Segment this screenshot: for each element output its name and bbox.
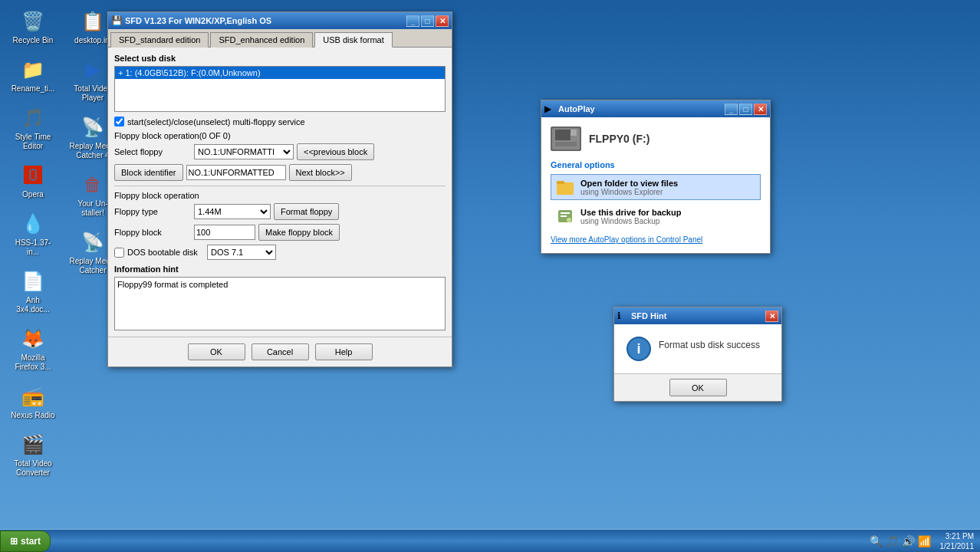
autoplay-titlebar[interactable]: ▶ AutoPlay _ □ ✕ [541, 100, 770, 117]
radio-icon: 📻 [21, 384, 45, 409]
autoplay-control-panel-link[interactable]: View more AutoPlay options in Control Pa… [551, 235, 761, 244]
icon-hss[interactable]: 💧 HSS-1.37-in... [6, 209, 60, 260]
sfd-ok-btn[interactable]: OK [188, 343, 245, 360]
icon-rename-ti[interactable]: 📁 Rename_ti... [6, 54, 60, 97]
taskbar-right: 3:21 PM 1/21/2011 [934, 531, 981, 551]
style-time-editor-label: Style Time Editor [9, 133, 57, 151]
icon-recycle-bin[interactable]: 🗑️ Recycle Bin [6, 6, 60, 48]
autoplay-maximize-btn[interactable]: □ [739, 104, 752, 115]
block-identifier-row: Block identifier Next block>> [114, 164, 446, 181]
select-floppy-row: Select floppy NO.1:UNFORMATTI <<previous… [114, 143, 446, 160]
icon-opera[interactable]: 🅾 Opera [6, 160, 60, 202]
hint-ok-btn[interactable]: OK [669, 379, 727, 396]
hint-titlebar[interactable]: ℹ SFD Hint ✕ [614, 307, 781, 324]
sfd-titlebar[interactable]: 💾 SFD V1.23 For WIN2K/XP,English OS _ □ … [108, 12, 452, 29]
replay-media-4-icon: 📡 [81, 115, 105, 140]
icon-firefox[interactable]: 🦊 Mozilla Firefox 3... [6, 324, 60, 375]
hint-title-text: SFD Hint [631, 311, 765, 320]
recycle-bin-label: Recycle Bin [13, 36, 54, 45]
autoplay-window-controls: _ □ ✕ [725, 104, 767, 115]
usb-disk-item[interactable]: + 1: (4.0GB\512B): F:(0.0M,Unknown) [115, 67, 445, 79]
document-icon: 📄 [21, 269, 45, 294]
icon-total-video-converter[interactable]: 🎬 Total Video Converter [6, 429, 60, 481]
total-video-converter-label: Total Video Converter [9, 459, 57, 478]
autoplay-option-1-text: Use this drive for backup using Windows … [580, 208, 681, 225]
icon-style-time-editor[interactable]: 🎵 Style Time Editor [6, 103, 60, 154]
dos-bootable-row: DOS bootable disk DOS 7.1 [114, 245, 446, 260]
floppy-block-label: Floppy block [114, 228, 191, 237]
sfd-title-icon: 💾 [111, 15, 122, 26]
info-hint-label: Information hint [114, 264, 446, 274]
floppy-block-input[interactable] [194, 225, 255, 240]
autoplay-device-name: FLPPY0 (F:) [589, 133, 649, 145]
sfd-minimize-btn[interactable]: _ [406, 15, 419, 27]
dos-bootable-label: DOS bootable disk [127, 248, 204, 257]
hint-close-btn[interactable]: ✕ [765, 310, 778, 322]
floppy-type-label: Floppy type [114, 207, 191, 216]
ini-file-icon: 📋 [81, 9, 105, 34]
sfd-help-btn[interactable]: Help [315, 343, 373, 360]
rename-ti-label: Rename_ti... [12, 84, 55, 94]
dos-bootable-checkbox[interactable] [114, 248, 124, 258]
sfd-tab-content: Select usb disk + 1: (4.0GB\512B): F:(0.… [108, 48, 452, 337]
usb-disk-listbox[interactable]: + 1: (4.0GB\512B): F:(0.0M,Unknown) [114, 66, 446, 112]
autoplay-title-icon: ▶ [544, 104, 555, 114]
tab-usb-disk-format[interactable]: USB disk format [314, 32, 392, 48]
multi-floppy-checkbox[interactable] [114, 117, 124, 127]
sfd-close-btn[interactable]: ✕ [436, 15, 449, 27]
svg-rect-8 [561, 215, 567, 217]
start-label: start [21, 536, 41, 547]
floppy-block-op2-title: Floppy block operation [114, 191, 446, 200]
select-usb-label: Select usb disk [114, 54, 446, 63]
select-floppy-label: Select floppy [114, 147, 191, 156]
icon-nexus-radio[interactable]: 📻 Nexus Radio [6, 381, 60, 423]
hint-footer: OK [614, 373, 781, 401]
music-icon: 🎵 [21, 106, 45, 130]
block-identifier-btn[interactable]: Block identifier [114, 164, 183, 181]
sfd-title-text: SFD V1.23 For WIN2K/XP,English OS [125, 16, 406, 25]
hint-title-icon: ℹ [617, 310, 628, 321]
make-floppy-block-btn[interactable]: Make floppy block [258, 224, 340, 241]
sfd-maximize-btn[interactable]: □ [421, 15, 434, 27]
sfd-hint-window: ℹ SFD Hint ✕ i Format usb disk success O… [613, 307, 782, 402]
autoplay-option-0-text: Open folder to view files using Windows … [580, 179, 678, 196]
sfd-window-controls: _ □ ✕ [406, 15, 449, 27]
autoplay-option-0[interactable]: Open folder to view files using Windows … [551, 174, 761, 200]
svg-point-9 [567, 218, 571, 222]
sfd-cancel-btn[interactable]: Cancel [252, 343, 309, 360]
opera-icon: 🅾 [21, 163, 45, 188]
icon-anh[interactable]: 📄 Anh 3x4.doc... [6, 266, 60, 317]
tab-standard-edition[interactable]: SFD_standard edition [110, 32, 209, 48]
taskbar-icon-1: 🔍 [870, 535, 883, 547]
uninstaller-icon: 🗑 [81, 172, 105, 197]
info-circle-icon: i [626, 337, 651, 361]
svg-rect-3 [555, 142, 577, 146]
floppy-block-row: Floppy block Make floppy block [114, 224, 446, 241]
video-player-icon: ▶ [81, 58, 105, 82]
block-identifier-input[interactable] [186, 165, 286, 180]
start-button[interactable]: ⊞ start [0, 531, 51, 552]
autoplay-general-label: General options [551, 160, 761, 169]
hss-label: HSS-1.37-in... [9, 238, 57, 257]
nexus-radio-label: Nexus Radio [11, 411, 54, 420]
autoplay-minimize-btn[interactable]: _ [725, 104, 738, 115]
sfd-footer: OK Cancel Help [108, 337, 452, 366]
floppy-type-dropdown[interactable]: 1.44M [194, 204, 271, 219]
autoplay-close-btn[interactable]: ✕ [754, 104, 767, 115]
prev-block-btn[interactable]: <<previous block [297, 143, 374, 160]
folder-view-icon [556, 178, 574, 196]
desktop-icons-container: 🗑️ Recycle Bin 📁 Rename_ti... 🎵 Style Ti… [0, 0, 120, 487]
floppy-block-op-title: Floppy block operation(0 OF 0) [114, 131, 446, 140]
autoplay-option-1[interactable]: Use this drive for backup using Windows … [551, 203, 761, 229]
desktop-ini-label: desktop.ini [74, 36, 111, 45]
next-block-btn[interactable]: Next block>> [289, 164, 352, 181]
clock-time: 3:21 PM [940, 531, 975, 541]
hint-window-controls: ✕ [765, 310, 778, 322]
info-hint-textbox[interactable]: Floppy99 format is completed [114, 277, 446, 330]
tab-enhanced-edition[interactable]: SFD_enhanced edition [210, 32, 313, 48]
taskbar-icon-3: 🔊 [902, 535, 915, 547]
taskbar-icon-4: 📶 [918, 535, 931, 547]
format-floppy-btn[interactable]: Format floppy [274, 203, 339, 220]
dos-version-dropdown[interactable]: DOS 7.1 [207, 245, 276, 260]
select-floppy-dropdown[interactable]: NO.1:UNFORMATTI [194, 144, 294, 159]
